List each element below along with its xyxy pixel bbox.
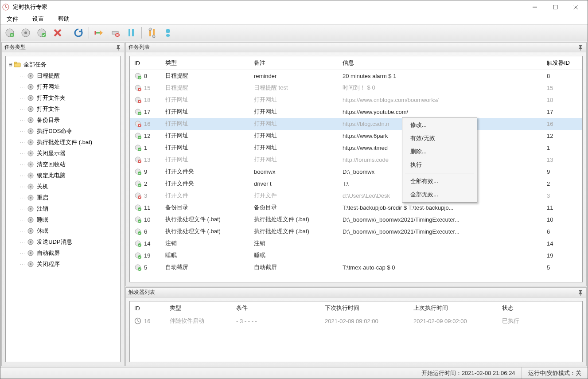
- col-type[interactable]: 类型: [161, 56, 249, 70]
- tree-item[interactable]: ···睡眠: [8, 214, 118, 225]
- svg-point-37: [30, 141, 31, 143]
- ctx-delete[interactable]: 删除...: [403, 145, 476, 158]
- task-row[interactable]: 8日程提醒reminder20 minutes alarm $ 18: [130, 70, 582, 82]
- task-row[interactable]: 9打开文件夹boomwxD:\_boomwx9: [130, 166, 582, 178]
- task-row[interactable]: 2打开文件夹driver tT:\2: [130, 178, 582, 190]
- col-remark[interactable]: 备注: [249, 56, 338, 70]
- tcol-prev[interactable]: 上次执行时间: [409, 301, 498, 315]
- tree-item[interactable]: ···关机: [8, 181, 118, 192]
- task-type-panel: 任务类型 ⊟全部任务···日程提醒···打开网址···打开文件夹···打开文件·…: [1, 42, 125, 366]
- menu-help[interactable]: 帮助: [54, 14, 74, 24]
- task-row[interactable]: 15日程提醒日程提醒 test时间到！ $ 015: [130, 82, 582, 94]
- tcol-type[interactable]: 类型: [165, 301, 232, 315]
- svg-point-29: [30, 97, 31, 99]
- trigger-table[interactable]: ID 类型 条件 下次执行时间 上次执行时间 状态 16 伴随软件启动 - 3 …: [130, 301, 582, 327]
- tree-root[interactable]: ⊟全部任务: [8, 59, 118, 70]
- task-list-panel: 任务列表 ID 类型 备注 信息 触发器ID 8日程提醒reminder20 m…: [125, 42, 587, 286]
- task-table[interactable]: ID 类型 备注 信息 触发器ID 8日程提醒reminder20 minute…: [130, 56, 582, 274]
- pin-icon[interactable]: [577, 289, 584, 296]
- task-row[interactable]: 16打开网址打开网址https://blog.csdn.n16: [130, 118, 582, 130]
- svg-point-86: [138, 219, 141, 223]
- col-trigger[interactable]: 触发器ID: [542, 56, 582, 70]
- svg-point-49: [30, 208, 31, 210]
- svg-point-25: [30, 75, 31, 77]
- tree-item[interactable]: ···备份目录: [8, 114, 118, 125]
- task-row[interactable]: 14注销注销14: [130, 238, 582, 250]
- svg-rect-14: [132, 29, 134, 36]
- toolbar-run-button[interactable]: [92, 25, 107, 40]
- task-row[interactable]: 18打开网址打开网址https://www.cnblogs.com/boomwo…: [130, 94, 582, 106]
- task-row[interactable]: 19睡眠睡眠19: [130, 250, 582, 262]
- toolbar-settings-button[interactable]: [144, 25, 160, 40]
- toolbar-enable-button[interactable]: [34, 25, 49, 40]
- svg-point-33: [30, 119, 31, 121]
- tcol-cond[interactable]: 条件: [232, 301, 320, 315]
- tcol-next[interactable]: 下次执行时间: [320, 301, 409, 315]
- task-row[interactable]: 10执行批处理文件 (.bat)执行批处理文件 (.bat)D:\_boomwx…: [130, 214, 582, 226]
- task-row[interactable]: 12打开网址打开网址https://www.6park12: [130, 130, 582, 142]
- toolbar-new-button[interactable]: [2, 25, 17, 40]
- tree-item[interactable]: ···执行批处理文件 (.bat): [8, 137, 118, 148]
- tcol-state[interactable]: 状态: [498, 301, 582, 315]
- tcol-id[interactable]: ID: [130, 301, 165, 315]
- tree-item[interactable]: ···日程提醒: [8, 70, 118, 81]
- ctx-modify[interactable]: 修改...: [403, 118, 476, 132]
- svg-point-19: [166, 34, 170, 37]
- panel-title-trigger-list: 触发器列表: [129, 289, 577, 296]
- pin-icon[interactable]: [577, 44, 584, 51]
- status-start-time: 开始运行时间：2021-02-08 21:06:24: [415, 367, 522, 379]
- menu-settings[interactable]: 设置: [28, 14, 48, 24]
- tree-item[interactable]: ···关闭显示器: [8, 148, 118, 159]
- svg-point-43: [30, 175, 31, 176]
- ctx-disable-all[interactable]: 全部无效...: [403, 188, 476, 201]
- task-row[interactable]: 6执行批处理文件 (.bat)执行批处理文件 (.bat)D:\_boomwx\…: [130, 226, 582, 238]
- task-row[interactable]: 3打开文件打开文件d:\Users\Leo\Desk3: [130, 190, 582, 202]
- task-row[interactable]: 5自动截屏自动截屏T:\tmex-auto-cap $ 05: [130, 262, 582, 274]
- svg-point-92: [138, 255, 141, 259]
- ctx-execute[interactable]: 执行: [403, 158, 476, 172]
- toolbar-help-button[interactable]: [160, 25, 175, 40]
- toolbar-refresh-button[interactable]: [71, 25, 86, 40]
- app-icon: [2, 4, 9, 11]
- col-info[interactable]: 信息: [338, 56, 542, 70]
- pin-icon[interactable]: [115, 44, 121, 51]
- tree-item[interactable]: ···打开文件夹: [8, 92, 118, 103]
- tree-item[interactable]: ···打开文件: [8, 103, 118, 114]
- col-id[interactable]: ID: [130, 56, 161, 70]
- tree-item[interactable]: ···清空回收站: [8, 159, 118, 170]
- task-type-tree[interactable]: ⊟全部任务···日程提醒···打开网址···打开文件夹···打开文件···备份目…: [6, 56, 120, 272]
- toolbar-pause-button[interactable]: [124, 25, 139, 40]
- tree-item[interactable]: ···打开网址: [8, 81, 118, 92]
- task-row[interactable]: 1打开网址打开网址https://www.itmed1: [130, 142, 582, 154]
- svg-rect-15: [149, 30, 151, 36]
- close-button[interactable]: [565, 0, 586, 14]
- task-row[interactable]: 13打开网址打开网址http://forums.code13: [130, 154, 582, 166]
- menu-file[interactable]: 文件: [2, 14, 23, 24]
- tree-item[interactable]: ···发送UDP消息: [8, 236, 118, 247]
- trigger-list-panel: 触发器列表 ID 类型 条件 下次执行时间 上次执行时间 状态: [125, 287, 587, 366]
- svg-point-74: [138, 148, 141, 151]
- svg-point-39: [30, 152, 31, 154]
- ctx-toggle[interactable]: 有效/无效: [403, 132, 476, 145]
- trigger-row[interactable]: 16 伴随软件启动 - 3 - - - - 2021-02-09 09:02:0…: [130, 315, 582, 327]
- task-row[interactable]: 17打开网址打开网址https://www.youtube.com/17: [130, 106, 582, 118]
- svg-point-47: [30, 197, 31, 199]
- task-row[interactable]: 11备份目录备份目录T:\test-backupjob-srcdir $ T:\…: [130, 202, 582, 214]
- toolbar-delete-button[interactable]: [50, 25, 65, 40]
- tree-item[interactable]: ···注销: [8, 203, 118, 214]
- tree-item[interactable]: ···自动截屏: [8, 247, 118, 258]
- tree-item[interactable]: ···执行DOS命令: [8, 125, 118, 137]
- toolbar-stop-button[interactable]: [108, 25, 123, 40]
- toolbar: [0, 24, 588, 41]
- maximize-button[interactable]: [545, 0, 565, 14]
- ctx-enable-all[interactable]: 全部有效...: [403, 175, 476, 188]
- svg-point-68: [138, 112, 141, 115]
- tree-item[interactable]: ···休眠: [8, 225, 118, 236]
- tree-item[interactable]: ···锁定此电脑: [8, 170, 118, 181]
- svg-point-35: [30, 130, 31, 132]
- toolbar-edit-button[interactable]: [18, 25, 33, 40]
- tree-item[interactable]: ···关闭程序: [8, 258, 118, 270]
- minimize-button[interactable]: [525, 0, 545, 14]
- svg-point-94: [138, 267, 141, 271]
- tree-item[interactable]: ···重启: [8, 192, 118, 203]
